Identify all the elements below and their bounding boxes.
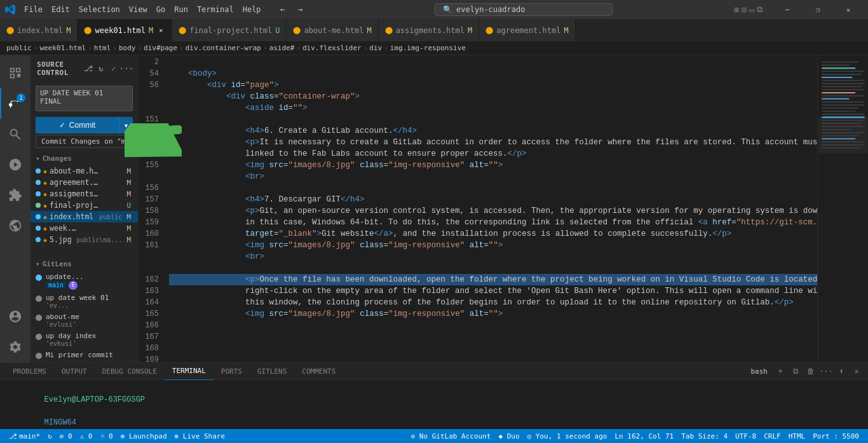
restore-button[interactable]: ❐: [803, 0, 832, 19]
file-item-jpg[interactable]: ◈ 5.jpg public\ma... M: [31, 234, 138, 245]
git-commit-update[interactable]: update... main E: [31, 271, 138, 292]
sidebar-branch-icon[interactable]: ⎇: [83, 64, 93, 74]
sidebar-refresh-icon[interactable]: ↻: [96, 64, 106, 74]
status-refs[interactable]: ⑃ 0: [97, 429, 117, 443]
git-commit-day[interactable]: up day index 'evkusi': [31, 330, 138, 349]
sidebar-more-icon[interactable]: ···: [121, 64, 132, 74]
commit-message-input[interactable]: UP DATE WEEK 01 FINAL: [36, 86, 133, 111]
menu-selection[interactable]: Selection: [75, 4, 124, 15]
menu-help[interactable]: Help: [239, 4, 265, 15]
panel-tab-comments[interactable]: COMMENTS: [294, 363, 343, 380]
breadcrumb-divpage[interactable]: div#page: [144, 44, 177, 52]
file-item-week[interactable]: ◈ week... 👁 ↩ ↺ + M: [31, 222, 138, 234]
git-commit-primer[interactable]: Mi primer commit ...: [31, 349, 138, 363]
trash-terminal-btn[interactable]: 🗑: [804, 365, 817, 378]
activity-run[interactable]: [0, 149, 31, 180]
menu-file[interactable]: File: [20, 4, 46, 15]
open-file-icon[interactable]: ↩: [103, 201, 112, 210]
panel-tab-problems[interactable]: PROBLEMS: [5, 363, 54, 380]
activity-remote[interactable]: [0, 210, 31, 241]
tab-final[interactable]: ⬤ final-project.html U: [172, 19, 287, 41]
layout2-icon[interactable]: ⊟: [742, 5, 747, 15]
status-language[interactable]: HTML: [785, 429, 810, 443]
tab-assignments[interactable]: ⬤ assigments.html M: [379, 19, 480, 41]
panel-tab-output[interactable]: OUTPUT: [54, 363, 95, 380]
status-ln-col[interactable]: Ln 162, Col 71: [611, 429, 677, 443]
breadcrumb-container[interactable]: div.container-wrap: [186, 44, 261, 52]
close-button[interactable]: ✕: [834, 0, 863, 19]
open-file-icon[interactable]: ↩: [103, 178, 112, 187]
breadcrumb-public[interactable]: public: [6, 44, 32, 52]
file-view-icon[interactable]: 👁: [83, 224, 92, 233]
layout4-icon[interactable]: ⧉: [757, 4, 763, 15]
discard-icon[interactable]: ↺: [113, 167, 122, 175]
file-item-assignments[interactable]: ◈ assigments.htm... ↩ ↺ M: [31, 188, 138, 200]
sidebar-commit-all-icon[interactable]: ✓: [109, 64, 119, 74]
discard-icon[interactable]: ↺: [113, 201, 122, 210]
status-no-gitlab[interactable]: ⊘ No GitLab Account: [407, 429, 495, 443]
global-search-box[interactable]: 🔍 evelyn-cuadrado: [435, 3, 613, 16]
open-file-icon[interactable]: ↩: [103, 189, 112, 198]
file-item-index[interactable]: ◈ index.html public M: [31, 211, 138, 222]
git-commit-week01[interactable]: up date week 01 'ev...: [31, 292, 138, 311]
discard-icon[interactable]: ↺: [113, 178, 122, 187]
panel-tab-debug[interactable]: DEBUG CONSOLE: [95, 363, 165, 380]
panel-tab-gitlens[interactable]: GITLENS: [250, 363, 294, 380]
discard-icon[interactable]: ↺: [103, 224, 112, 233]
discard-icon[interactable]: ↺: [113, 189, 122, 198]
menu-edit[interactable]: Edit: [48, 4, 74, 15]
breadcrumb-html[interactable]: html: [94, 44, 111, 52]
open-file-icon[interactable]: ↩: [103, 167, 112, 175]
status-port[interactable]: Port : 5500: [809, 429, 863, 443]
code-content[interactable]: <body> <div id="page"> <div class="conta…: [164, 55, 817, 362]
layout3-icon[interactable]: ▭: [749, 5, 754, 15]
activity-account[interactable]: [0, 301, 31, 332]
layout-icon[interactable]: ⊞: [735, 5, 740, 15]
tab-index[interactable]: ⬤ index.html M: [0, 19, 78, 41]
panel-more-btn[interactable]: ···: [820, 365, 832, 378]
commit-button[interactable]: ✓ Commit: [36, 117, 119, 133]
nav-back-btn[interactable]: ←: [275, 2, 290, 17]
status-branch[interactable]: ⎇ main*: [5, 429, 44, 443]
status-warnings[interactable]: ⚠ 0: [76, 429, 97, 443]
menu-view[interactable]: View: [125, 4, 151, 15]
add-terminal-btn[interactable]: +: [774, 365, 787, 378]
activity-extensions[interactable]: [0, 180, 31, 210]
split-terminal-btn[interactable]: ⧉: [789, 365, 802, 378]
status-errors[interactable]: ⊘ 0: [56, 429, 76, 443]
status-encoding[interactable]: UTF-8: [731, 429, 760, 443]
tab-about[interactable]: ⬤ about-me.html M: [287, 19, 378, 41]
status-launchpad[interactable]: ⊕ Launchpad: [117, 429, 171, 443]
file-item-final[interactable]: ◈ final-project.ht... ↩ ↺ U: [31, 200, 138, 211]
breadcrumb-flexslider[interactable]: div.flexslider: [302, 44, 362, 52]
commit-arrow-button[interactable]: ▾: [119, 117, 133, 133]
panel-maximize-btn[interactable]: ⬆: [835, 365, 848, 378]
breadcrumb-div[interactable]: div: [369, 44, 382, 52]
activity-explorer[interactable]: [0, 58, 31, 88]
menu-run[interactable]: Run: [170, 4, 192, 15]
status-tab-size[interactable]: Tab Size: 4: [677, 429, 731, 443]
file-item-about[interactable]: ◈ about-me.html... ↩ ↺ M: [31, 165, 138, 177]
tab-week01-close[interactable]: ✕: [156, 26, 165, 35]
open-file-icon[interactable]: ↩: [93, 224, 102, 233]
breadcrumb-week01[interactable]: week01.html: [39, 44, 86, 52]
menu-go[interactable]: Go: [153, 4, 169, 15]
tab-agreement[interactable]: ⬤ agreement.html M: [479, 19, 575, 41]
panel-tab-terminal[interactable]: TERMINAL: [165, 363, 214, 380]
status-duo[interactable]: ◆ Duo: [494, 429, 523, 443]
panel-tab-ports[interactable]: PORTS: [214, 363, 250, 380]
file-item-agreement[interactable]: ◈ agreement.htm... ↩ ↺ M: [31, 177, 138, 188]
status-eol[interactable]: CRLF: [760, 429, 785, 443]
nav-forward-btn[interactable]: →: [293, 2, 308, 17]
git-commit-about[interactable]: about-me 'evlusi': [31, 311, 138, 330]
stage-icon[interactable]: +: [113, 224, 122, 233]
status-sync[interactable]: ↻: [44, 429, 56, 443]
breadcrumb-aside[interactable]: aside#: [269, 44, 295, 52]
activity-settings[interactable]: [0, 332, 31, 362]
activity-source-control[interactable]: 1: [0, 88, 31, 119]
status-you[interactable]: ◎ You, 1 second ago: [524, 429, 611, 443]
breadcrumb-body[interactable]: body: [119, 44, 136, 52]
activity-search[interactable]: [0, 119, 31, 149]
breadcrumb-imgresponsive[interactable]: img.img-responsive: [390, 44, 466, 52]
panel-close-btn[interactable]: ✕: [850, 365, 863, 378]
